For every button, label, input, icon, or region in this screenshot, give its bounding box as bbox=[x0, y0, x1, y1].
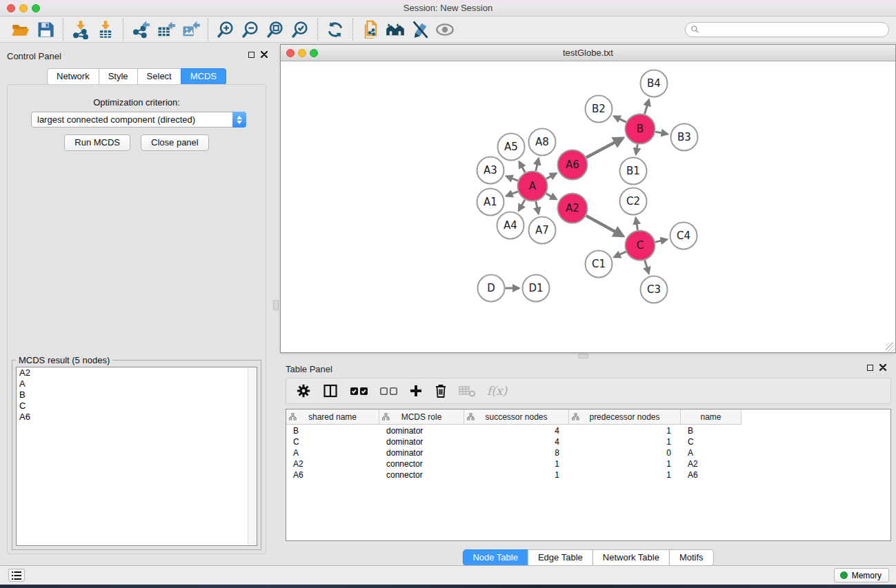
column-header-name[interactable]: name bbox=[681, 409, 741, 425]
zoom-fit-icon[interactable] bbox=[263, 18, 288, 41]
delete-table-icon[interactable] bbox=[459, 381, 476, 401]
edge-A6-B[interactable] bbox=[586, 138, 623, 157]
zoom-out-icon[interactable] bbox=[238, 18, 263, 41]
tab-motifs[interactable]: Motifs bbox=[669, 549, 714, 566]
search-field[interactable] bbox=[685, 22, 889, 37]
mcds-list-scrollbar[interactable] bbox=[248, 367, 257, 545]
cell-MCDS-role[interactable]: dominator bbox=[379, 425, 464, 436]
mcds-result-item[interactable]: A bbox=[17, 378, 257, 389]
close-panel-icon[interactable] bbox=[261, 51, 268, 58]
export-image-icon[interactable] bbox=[178, 18, 203, 41]
column-header-successor-nodes[interactable]: successor nodes bbox=[464, 409, 569, 425]
node-C4[interactable]: C4 bbox=[670, 223, 697, 250]
open-session-icon[interactable] bbox=[8, 18, 33, 41]
node-A3[interactable]: A3 bbox=[477, 157, 504, 184]
node-A[interactable]: A bbox=[518, 172, 548, 201]
tab-network[interactable]: Network bbox=[47, 68, 99, 85]
resize-grip-icon[interactable] bbox=[886, 343, 895, 352]
cell-name[interactable]: A bbox=[681, 447, 741, 458]
edge-C-C4[interactable] bbox=[655, 239, 667, 242]
node-C1[interactable]: C1 bbox=[586, 251, 613, 278]
column-header-MCDS-role[interactable]: MCDS role bbox=[379, 409, 464, 425]
node-B1[interactable]: B1 bbox=[620, 158, 647, 185]
cell-MCDS-role[interactable]: dominator bbox=[379, 436, 464, 447]
tab-edge-table[interactable]: Edge Table bbox=[528, 549, 593, 566]
cell-name[interactable]: A2 bbox=[681, 458, 741, 469]
edge-A-A7[interactable] bbox=[536, 201, 539, 214]
cell-name[interactable]: B bbox=[681, 425, 741, 436]
node-A6[interactable]: A6 bbox=[558, 150, 588, 180]
node-A7[interactable]: A7 bbox=[529, 217, 556, 244]
cell-shared-name[interactable]: C bbox=[286, 436, 379, 447]
edge-B-B4[interactable] bbox=[645, 99, 649, 114]
mcds-result-item[interactable]: C bbox=[17, 401, 257, 412]
node-B[interactable]: B bbox=[626, 114, 655, 144]
node-A5[interactable]: A5 bbox=[498, 134, 525, 161]
cell-successor-nodes[interactable]: 8 bbox=[464, 447, 569, 458]
edge-B-B3[interactable] bbox=[655, 132, 668, 134]
cell-predecessor-nodes[interactable]: 1 bbox=[569, 469, 681, 480]
horizontal-splitter-handle[interactable] bbox=[578, 354, 588, 358]
optimization-criterion-select[interactable]: largest connected component (directed) bbox=[31, 112, 246, 128]
show-details-icon[interactable] bbox=[432, 18, 457, 41]
vertical-splitter-handle[interactable] bbox=[273, 300, 279, 310]
float-panel-icon[interactable] bbox=[248, 52, 255, 58]
column-view-icon[interactable] bbox=[322, 381, 339, 401]
float-table-panel-icon[interactable] bbox=[867, 365, 873, 371]
cell-name[interactable]: A6 bbox=[681, 469, 741, 480]
cell-successor-nodes[interactable]: 1 bbox=[464, 469, 569, 480]
cell-predecessor-nodes[interactable]: 1 bbox=[569, 458, 681, 469]
cell-MCDS-role[interactable]: dominator bbox=[379, 447, 464, 458]
node-A4[interactable]: A4 bbox=[497, 212, 524, 239]
zoom-in-icon[interactable] bbox=[213, 18, 238, 41]
new-network-from-file-icon[interactable] bbox=[358, 18, 383, 41]
node-C[interactable]: C bbox=[626, 231, 655, 261]
table-row[interactable]: A2connector11A2 bbox=[286, 458, 890, 469]
table-row[interactable]: A6connector11A6 bbox=[286, 469, 890, 480]
edge-A2-C[interactable] bbox=[586, 216, 624, 236]
gear-icon[interactable] bbox=[296, 381, 311, 401]
cell-predecessor-nodes[interactable]: 0 bbox=[569, 447, 681, 458]
node-D1[interactable]: D1 bbox=[523, 275, 550, 302]
node-B3[interactable]: B3 bbox=[671, 124, 698, 151]
close-table-panel-icon[interactable] bbox=[879, 364, 886, 371]
column-header-predecessor-nodes[interactable]: predecessor nodes bbox=[569, 409, 681, 425]
cell-successor-nodes[interactable]: 4 bbox=[464, 436, 569, 447]
save-session-icon[interactable] bbox=[33, 18, 58, 41]
node-A8[interactable]: A8 bbox=[529, 129, 556, 156]
table-row[interactable]: Cdominator41C bbox=[286, 436, 890, 447]
edge-C-C3[interactable] bbox=[645, 260, 649, 273]
mcds-result-list[interactable]: A2ABCA6 bbox=[16, 367, 257, 546]
node-C3[interactable]: C3 bbox=[641, 276, 668, 303]
task-history-button[interactable] bbox=[8, 569, 25, 582]
cell-MCDS-role[interactable]: connector bbox=[379, 458, 464, 469]
node-D[interactable]: D bbox=[478, 275, 505, 302]
edge-B-B1[interactable] bbox=[636, 144, 637, 154]
node-A2[interactable]: A2 bbox=[558, 194, 588, 223]
tab-mcds[interactable]: MCDS bbox=[181, 68, 226, 85]
close-panel-button[interactable]: Close panel bbox=[141, 134, 209, 151]
export-table-icon[interactable] bbox=[153, 18, 178, 41]
edge-A-A4[interactable] bbox=[519, 200, 525, 211]
cell-successor-nodes[interactable]: 4 bbox=[464, 425, 569, 436]
node-table[interactable]: shared nameMCDS rolesuccessor nodesprede… bbox=[286, 409, 891, 541]
cell-shared-name[interactable]: A6 bbox=[286, 469, 379, 480]
edge-A-A2[interactable] bbox=[546, 194, 557, 199]
network-view-window[interactable]: testGlobe.txt B4B2BB3A8A5A6A3B1AA1C2A2A4… bbox=[280, 44, 896, 353]
cell-shared-name[interactable]: A2 bbox=[286, 458, 379, 469]
node-B2[interactable]: B2 bbox=[586, 96, 613, 123]
tab-select[interactable]: Select bbox=[137, 68, 181, 85]
mcds-result-item[interactable]: B bbox=[17, 389, 257, 401]
cell-shared-name[interactable]: A bbox=[286, 447, 379, 458]
delete-column-icon[interactable] bbox=[434, 381, 448, 401]
table-row[interactable]: Adominator80A bbox=[286, 447, 890, 458]
node-A1[interactable]: A1 bbox=[477, 189, 504, 216]
node-B4[interactable]: B4 bbox=[641, 70, 668, 97]
search-input[interactable] bbox=[703, 24, 888, 35]
cell-predecessor-nodes[interactable]: 1 bbox=[569, 436, 681, 447]
refresh-icon[interactable] bbox=[323, 18, 348, 41]
network-canvas[interactable]: B4B2BB3A8A5A6A3B1AA1C2A2A4A7C4CC1C3DD1 bbox=[281, 61, 895, 352]
edge-A-A8[interactable] bbox=[536, 159, 539, 171]
cell-MCDS-role[interactable]: connector bbox=[379, 469, 464, 480]
tab-node-table[interactable]: Node Table bbox=[462, 549, 528, 566]
